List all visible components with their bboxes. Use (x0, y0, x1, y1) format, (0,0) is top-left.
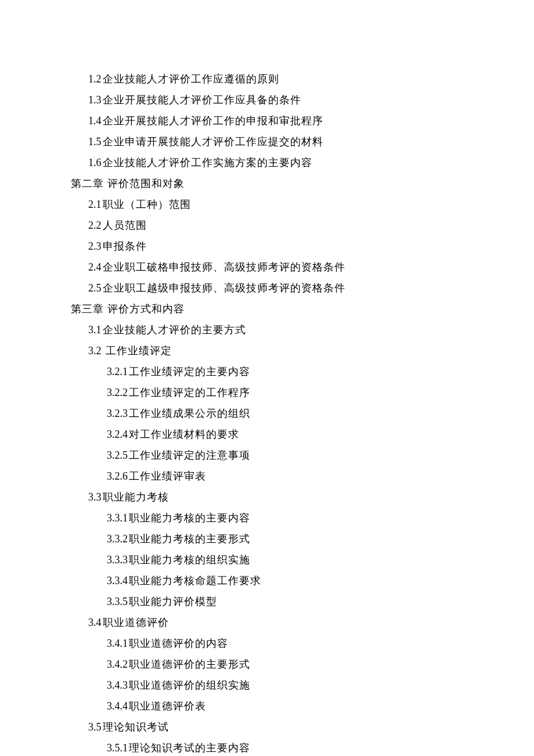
toc-title: 职业能力考核命题工作要求 (129, 575, 261, 586)
toc-entry: 2.3申报条件 (88, 236, 447, 257)
toc-entry: 3.4.4职业道德评价表 (107, 696, 447, 717)
toc-title: 职业能力评价模型 (129, 596, 217, 607)
toc-entry: 3.2.1工作业绩评定的主要内容 (107, 361, 447, 382)
toc-entry: 2.2人员范围 (88, 215, 447, 236)
toc-number: 2.5 (88, 282, 102, 294)
toc-number: 1.3 (88, 94, 102, 106)
toc-title: 企业职工越级申报技师、高级技师考评的资格条件 (103, 282, 345, 294)
toc-entry: 1.3企业开展技能人才评价工作应具备的条件 (88, 89, 447, 110)
toc-entry: 2.1职业（工种）范围 (88, 194, 447, 215)
toc-entry: 3.3.4职业能力考核命题工作要求 (107, 570, 447, 591)
toc-entry: 3.2.6工作业绩评审表 (107, 466, 447, 487)
toc-number: 1.6 (88, 157, 102, 168)
toc-title: 企业技能人才评价工作应遵循的原则 (103, 73, 279, 85)
toc-title: 职业道德评价 (103, 617, 169, 628)
toc-number: 3.2.4 (107, 429, 128, 440)
toc-title: 职业道德评价的主要形式 (129, 658, 250, 670)
toc-entry: 3.4.1职业道德评价的内容 (107, 633, 447, 654)
toc-entry: 3.3.1职业能力考核的主要内容 (107, 507, 447, 528)
toc-number: 3.5 (88, 721, 102, 733)
toc-title: 工作业绩评定的主要内容 (129, 366, 250, 377)
toc-number: 3.2.2 (107, 387, 128, 398)
toc-entry: 1.5企业申请开展技能人才评价工作应提交的材料 (88, 131, 447, 152)
toc-title: 职业道德评价表 (129, 700, 206, 712)
toc-title: 企业技能人才评价的主要方式 (103, 324, 246, 336)
toc-title: 企业申请开展技能人才评价工作应提交的材料 (103, 136, 323, 147)
toc-number: 3.4.4 (107, 700, 128, 712)
toc-title: 工作业绩评定的注意事项 (129, 449, 250, 461)
toc-entry: 3.1企业技能人才评价的主要方式 (88, 319, 447, 340)
toc-entry: 1.2企业技能人才评价工作应遵循的原则 (88, 69, 447, 89)
toc-title: 理论知识考试的主要内容 (129, 742, 250, 754)
toc-number: 3.4.3 (107, 679, 128, 691)
toc-entry: 3.3.2职业能力考核的主要形式 (107, 528, 447, 549)
toc-entry: 3.2.4对工作业绩材料的要求 (107, 424, 447, 445)
toc-title: 工作业绩评定 (103, 345, 172, 357)
toc-entry: 1.6企业技能人才评价工作实施方案的主要内容 (88, 152, 447, 173)
toc-title: 对工作业绩材料的要求 (129, 429, 239, 440)
toc-number: 3.2.6 (107, 470, 128, 482)
toc-number: 3.4.2 (107, 658, 128, 670)
toc-title: 申报条件 (103, 240, 147, 252)
toc-number: 3.4.1 (107, 638, 128, 649)
toc-entry: 3.5理论知识考试 (88, 717, 447, 737)
toc-number: 3.3.3 (107, 554, 128, 566)
toc-title: 工作业绩评审表 (129, 470, 206, 482)
toc-number: 3.1 (88, 324, 102, 336)
toc-number: 2.2 (88, 219, 102, 231)
toc-title: 职业道德评价的组织实施 (129, 679, 250, 691)
toc-title: 工作业绩成果公示的组织 (129, 408, 250, 419)
toc-entry: 3.4.3职业道德评价的组织实施 (107, 675, 447, 696)
toc-title: 企业开展技能人才评价工作的申报和审批程序 (103, 115, 323, 127)
toc-title: 第三章 评价方式和内容 (71, 303, 185, 315)
toc-title: 理论知识考试 (103, 721, 169, 733)
toc-entry: 3.3职业能力考核 (88, 487, 447, 507)
toc-title: 职业能力考核 (103, 491, 169, 503)
table-of-contents: 1.2企业技能人才评价工作应遵循的原则1.3企业开展技能人才评价工作应具备的条件… (71, 69, 447, 756)
toc-title: 职业能力考核的主要内容 (129, 512, 250, 524)
toc-title: 企业开展技能人才评价工作应具备的条件 (103, 94, 301, 106)
toc-number: 1.2 (88, 73, 102, 85)
toc-number: 3.5.1 (107, 742, 128, 754)
toc-entry: 3.2.3工作业绩成果公示的组织 (107, 403, 447, 424)
toc-number: 1.5 (88, 136, 102, 147)
toc-entry: 3.4职业道德评价 (88, 612, 447, 633)
toc-number: 3.3.2 (107, 533, 128, 545)
toc-number: 3.3.1 (107, 512, 128, 524)
toc-entry: 3.5.1理论知识考试的主要内容 (107, 737, 447, 756)
toc-number: 2.1 (88, 199, 102, 210)
toc-number: 3.3.5 (107, 596, 128, 607)
toc-title: 企业职工破格申报技师、高级技师考评的资格条件 (103, 261, 345, 273)
toc-entry: 3.2.5工作业绩评定的注意事项 (107, 445, 447, 466)
toc-title: 职业（工种）范围 (103, 199, 191, 210)
toc-number: 3.2.1 (107, 366, 128, 377)
toc-entry: 1.4企业开展技能人才评价工作的申报和审批程序 (88, 110, 447, 131)
toc-entry: 3.2 工作业绩评定 (88, 340, 447, 361)
toc-title: 企业技能人才评价工作实施方案的主要内容 (103, 157, 312, 168)
toc-number: 3.4 (88, 617, 102, 628)
toc-title: 工作业绩评定的工作程序 (129, 387, 250, 398)
toc-entry: 3.3.3职业能力考核的组织实施 (107, 549, 447, 570)
toc-entry: 2.5企业职工越级申报技师、高级技师考评的资格条件 (88, 278, 447, 298)
toc-number: 2.3 (88, 240, 102, 252)
toc-entry: 第二章 评价范围和对象 (71, 173, 447, 194)
toc-number: 2.4 (88, 261, 102, 273)
toc-number: 3.3.4 (107, 575, 128, 586)
toc-title: 职业能力考核的主要形式 (129, 533, 250, 545)
toc-entry: 3.3.5职业能力评价模型 (107, 591, 447, 612)
toc-entry: 2.4企业职工破格申报技师、高级技师考评的资格条件 (88, 257, 447, 278)
toc-entry: 第三章 评价方式和内容 (71, 298, 447, 319)
toc-number: 3.2.5 (107, 449, 128, 461)
toc-number: 3.2 (88, 345, 102, 357)
toc-title: 人员范围 (103, 219, 147, 231)
toc-entry: 3.2.2工作业绩评定的工作程序 (107, 382, 447, 403)
toc-number: 3.2.3 (107, 408, 128, 419)
toc-title: 职业能力考核的组织实施 (129, 554, 250, 566)
toc-number: 1.4 (88, 115, 102, 127)
toc-title: 第二章 评价范围和对象 (71, 178, 185, 189)
toc-title: 职业道德评价的内容 (129, 638, 228, 649)
toc-number: 3.3 (88, 491, 102, 503)
toc-entry: 3.4.2职业道德评价的主要形式 (107, 654, 447, 675)
